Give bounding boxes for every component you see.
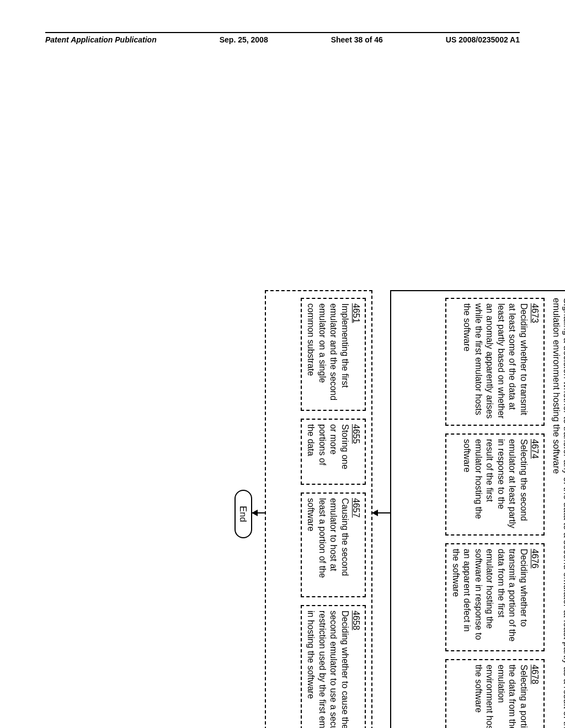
substep-text: Causing the second emulator to host at l… [306,498,349,578]
substep-num: 4655 [351,424,361,444]
substep-num: 4673 [530,303,540,323]
sheet-number: Sheet 38 of 46 [331,35,383,44]
end-node: End [234,490,252,538]
substep-num: 4651 [351,303,361,323]
page-header: Patent Application Publication Sep. 25, … [45,32,520,44]
substep-4657: 4657 Causing the second emulator to host… [301,493,366,597]
substep-text: Implementing the first emulator and the … [306,303,349,400]
substep-text: Selecting a portion of the data from the… [474,665,529,728]
bottom-group: 4651 Implementing the first emulator and… [265,290,372,728]
substep-4673: 4673 Deciding whether to transmit at lea… [445,298,545,426]
publication-number: US 2008/0235002 A1 [446,35,520,44]
substep-text: Storing one or more portions of the data [306,424,349,469]
arrow-icon [372,512,390,513]
publication-date: Sep. 25, 2008 [220,35,268,44]
substep-4658: 4658 Deciding whether to cause the secon… [301,605,366,728]
substep-4651: 4651 Implementing the first emulator and… [301,298,366,411]
substep-num: 4676 [530,549,540,569]
substep-4678: 4678 Selecting a portion of the data fro… [445,659,545,728]
substep-text: Deciding whether to transmit at least so… [462,303,528,419]
substep-num: 4678 [530,665,540,684]
substep-num: 4657 [351,498,361,518]
substep-4676: 4676 Deciding whether to transmit a port… [445,543,545,651]
substep-text: Deciding whether to cause the second emu… [306,611,349,728]
substep-text: Selecting the second emulator at least p… [462,439,528,528]
figure-container: FIG. 46 1200 Start 1210 Obtaining data f… [0,163,565,587]
step-1270-text: Signaling a decision whether to transfer… [551,298,565,728]
substep-4674: 4674 Selecting the second emulator at le… [445,433,545,536]
publication-label: Patent Application Publication [45,35,157,44]
arrow-icon [252,512,265,513]
step-1270: Signaling a decision whether to transfer… [390,290,565,728]
substep-4655: 4655 Storing one or more portions of the… [301,419,366,485]
substep-num: 4674 [530,439,540,459]
substep-text: Deciding whether to transmit a portion o… [451,549,529,641]
substep-num: 4658 [351,611,361,630]
